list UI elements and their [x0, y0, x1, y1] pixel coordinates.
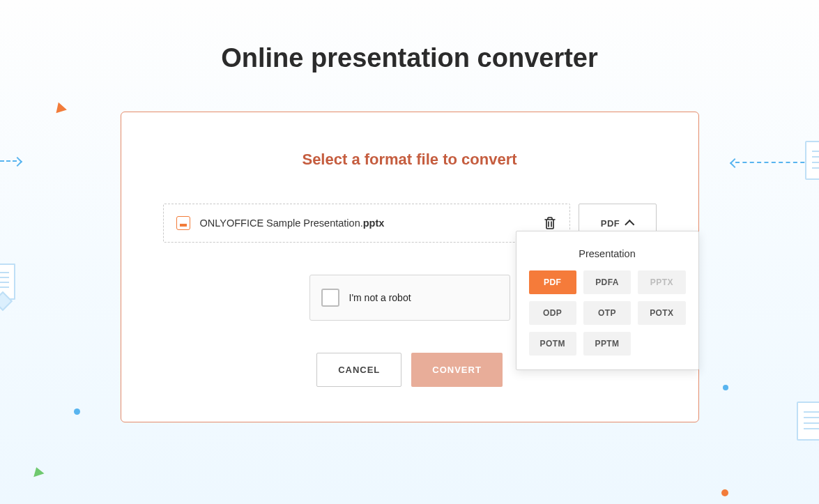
format-dropdown-group-label: Presentation: [529, 248, 686, 259]
format-option-potm[interactable]: POTM: [529, 332, 576, 356]
format-option-pptx: PPTX: [638, 270, 685, 294]
format-option-potx[interactable]: POTX: [638, 301, 685, 325]
converter-card: Select a format file to convert ONLYOFFI…: [121, 112, 699, 422]
decoration-triangle-orange: [56, 102, 68, 116]
decoration-doc-top-right: [805, 141, 819, 180]
format-option-pdf[interactable]: PDF: [529, 270, 576, 294]
file-box: ONLYOFFICE Sample Presentation.pptx: [163, 204, 570, 243]
file-name-ext: pptx: [363, 217, 385, 229]
trash-icon: [544, 216, 556, 230]
format-option-otp[interactable]: OTP: [583, 301, 631, 325]
card-title: Select a format file to convert: [163, 151, 657, 169]
decoration-doc-left: [0, 264, 20, 312]
delete-file-button[interactable]: [543, 215, 557, 231]
format-option-pdfa[interactable]: PDFA: [583, 270, 631, 294]
decoration-dot-blue-2: [723, 385, 728, 390]
presentation-file-icon: [176, 216, 190, 230]
decoration-triangle-green: [31, 466, 45, 477]
recaptcha-box: I'm not a robot: [309, 275, 510, 321]
page-title: Online presentation converter: [0, 43, 819, 73]
cancel-button[interactable]: CANCEL: [316, 353, 401, 387]
recaptcha-label: I'm not a robot: [349, 292, 411, 303]
decoration-dot-blue: [74, 408, 80, 415]
format-option-pptm[interactable]: PPTM: [583, 332, 631, 356]
recaptcha-checkbox[interactable]: [321, 289, 339, 307]
format-option-odp[interactable]: ODP: [529, 301, 576, 325]
decoration-arrow-left: [0, 160, 17, 162]
file-name-base: ONLYOFFICE Sample Presentation.: [200, 217, 363, 229]
format-option-grid: PDF PDFA PPTX ODP OTP POTX POTM PPTM: [529, 270, 686, 356]
chevron-up-icon: [625, 220, 634, 229]
file-name: ONLYOFFICE Sample Presentation.pptx: [200, 217, 385, 229]
convert-button[interactable]: CONVERT: [411, 353, 503, 387]
format-dropdown: Presentation PDF PDFA PPTX ODP OTP POTX …: [516, 231, 699, 370]
format-select-label: PDF: [601, 218, 620, 229]
decoration-doc-bottom-right: [797, 402, 819, 441]
decoration-dot-orange: [721, 489, 728, 496]
